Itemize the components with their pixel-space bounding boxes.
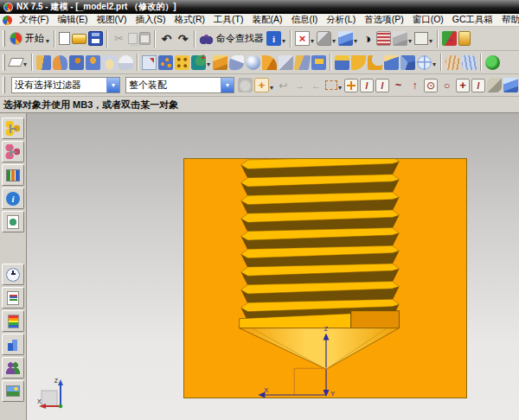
move-component-icon[interactable] [442,31,457,46]
window-layout-icon[interactable] [317,31,331,46]
toolbar-grip[interactable] [3,30,5,47]
center-snap-icon[interactable] [424,79,438,92]
dropdown-arrow-icon[interactable] [106,78,119,92]
point-on-line-snap-icon[interactable] [471,79,485,92]
rendering-style-icon[interactable] [360,31,375,46]
midpoint-snap-icon[interactable] [375,79,389,92]
marquee-select-icon[interactable] [325,80,337,90]
split-body-icon[interactable] [351,55,366,70]
command-finder-label[interactable]: 命令查找器 [216,32,264,45]
toolbar-grip[interactable] [3,54,5,71]
close-window-icon[interactable] [295,31,310,46]
open-icon[interactable] [72,34,86,44]
visual-tools-button[interactable] [2,334,24,355]
intersection-snap-icon[interactable] [456,79,470,92]
start-button[interactable]: 开始 [25,32,44,45]
point-set-icon[interactable] [158,55,173,70]
datum-plane-icon[interactable] [142,55,157,70]
menu-item[interactable]: 编辑(E) [53,14,92,26]
menu-item[interactable]: 信息(I) [286,14,322,26]
toolbar-grip[interactable] [3,77,5,93]
dropdown-caret-icon[interactable] [311,31,314,47]
hole-icon[interactable] [69,55,84,70]
datum-plane-face[interactable]: Z Y X [183,158,467,398]
trim-body-icon[interactable] [335,55,349,70]
selection-filter-dropdown[interactable]: 没有选择过滤器 [11,77,120,93]
screw-cone-tip[interactable] [240,328,400,370]
show-hide-icon[interactable] [458,31,471,46]
dropdown-caret-icon[interactable] [207,54,210,70]
view-orient-cube-icon[interactable] [338,31,353,46]
screw-model[interactable]: Z Y X [184,159,466,398]
nx-logo-icon[interactable] [10,32,22,45]
menu-item[interactable]: GC工具箱 [448,14,497,26]
dropdown-caret-icon[interactable] [282,31,285,47]
pattern-feature-icon[interactable] [175,55,189,70]
roles-button[interactable] [2,357,24,379]
menu-item[interactable]: 视图(V) [92,14,131,26]
sketch-section-lines[interactable] [294,368,326,395]
thread-runout-face[interactable] [351,311,400,328]
dropdown-arrow-icon[interactable] [221,78,234,92]
dropdown-caret-icon[interactable] [338,78,342,93]
part-navigator-button[interactable] [2,164,24,186]
on-curve-snap-icon[interactable] [391,78,406,92]
dropdown-caret-icon[interactable] [354,31,357,47]
redo-icon[interactable] [176,31,190,46]
scene-button[interactable] [2,380,24,402]
dropdown-caret-icon[interactable] [23,54,27,70]
draft-icon[interactable] [294,55,311,70]
boss-icon[interactable] [86,55,100,70]
y-axis-arrow[interactable] [324,390,330,397]
menu-item[interactable]: 分析(L) [322,14,360,26]
patch-icon[interactable] [400,55,415,70]
endpoint-snap-icon[interactable] [360,79,374,92]
solid-body-icon[interactable] [503,78,518,92]
selection-scope-dropdown[interactable]: 整个装配 [125,77,234,93]
graphics-viewport[interactable]: Z Y X Z X [27,113,519,420]
dropdown-caret-icon[interactable] [429,31,432,47]
title-bar[interactable]: NX 7.5 - 建模 - [_model2.prt （修改的）] [0,0,519,14]
menu-item[interactable]: 插入(S) [131,14,170,26]
menu-item[interactable]: 格式(R) [170,14,209,26]
dropdown-caret-icon[interactable] [332,31,336,47]
quadrant-snap-icon[interactable] [407,78,422,92]
sketch-icon[interactable] [8,58,24,67]
hidden-edges-cube-icon[interactable] [393,31,407,46]
pocket-icon[interactable] [102,55,117,70]
dropdown-caret-icon[interactable] [432,54,436,70]
command-finder-icon[interactable] [199,31,214,46]
menu-item[interactable]: 窗口(O) [408,14,448,26]
menu-item[interactable]: 文件(F) [15,14,53,26]
menu-item[interactable]: 首选项(P) [360,14,408,26]
emboss-icon[interactable] [119,55,133,70]
assembly-navigator-button[interactable] [2,118,24,139]
offset-face-icon[interactable] [213,55,227,70]
circle-snap-icon[interactable] [439,78,454,92]
section-sphere-icon[interactable] [417,55,432,70]
face-snap-icon[interactable] [487,78,502,92]
constraint-navigator-button[interactable] [2,141,24,162]
gc-toolbox-icon[interactable] [485,55,500,70]
blank-frame-icon[interactable] [414,32,428,45]
menu-item[interactable]: 帮助(H) [497,14,519,26]
new-part-icon[interactable] [59,32,70,45]
dropdown-caret-icon[interactable] [408,31,412,47]
snap-point-icon[interactable] [344,79,358,92]
general-object-selection-icon[interactable] [254,78,269,92]
undo-icon[interactable] [159,31,174,46]
internet-browser-button[interactable] [2,188,24,209]
shell-icon[interactable] [311,55,326,70]
menu-item[interactable]: 工具(T) [209,14,247,26]
help-library-icon[interactable] [266,31,281,46]
chamfer-icon[interactable] [279,55,293,70]
history-clock-button[interactable] [2,264,24,285]
save-icon[interactable] [88,31,103,46]
swept-icon[interactable] [462,55,477,70]
through-curves-icon[interactable] [445,55,460,70]
extrude-icon[interactable] [36,55,51,70]
section-view-icon[interactable] [376,31,391,46]
screw-threads[interactable] [241,159,400,321]
dropdown-caret-icon[interactable] [270,78,273,93]
unite-icon[interactable] [191,55,206,70]
